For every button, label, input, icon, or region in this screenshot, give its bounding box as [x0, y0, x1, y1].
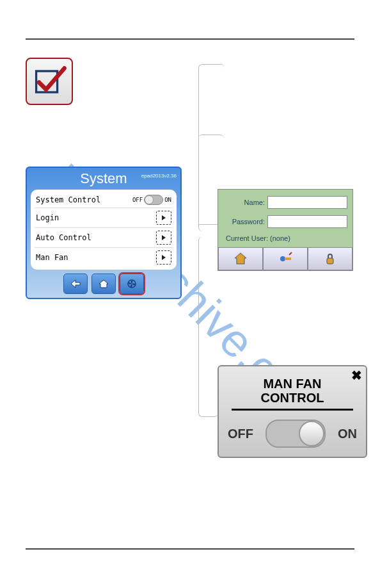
nav-fan-button[interactable]	[120, 274, 144, 294]
connector-line	[198, 237, 218, 417]
system-control-toggle[interactable]: OFF ON	[132, 195, 171, 205]
password-label: Password:	[223, 218, 267, 225]
row-label: System Control	[36, 195, 100, 204]
connector-line	[198, 224, 218, 225]
name-label: Name:	[223, 199, 267, 206]
current-user-label: Current User:	[226, 234, 268, 242]
toggle-knob	[299, 421, 324, 446]
login-screen: Name: Password: Current User: (none)	[218, 189, 353, 271]
nav-back-button[interactable]	[63, 274, 88, 294]
system-title: System	[80, 170, 127, 186]
current-user-value: (none)	[270, 234, 290, 242]
manfan-title-line2: CONTROL	[225, 391, 360, 405]
row-label: Man Fan	[36, 253, 68, 262]
close-icon[interactable]: ✖	[351, 368, 362, 383]
top-rule	[26, 38, 354, 40]
divider	[232, 409, 353, 411]
login-key-button[interactable]	[263, 247, 308, 270]
man-fan-control-popup: ✖ MAN FAN CONTROL OFF ON	[218, 365, 367, 458]
manfan-title-line1: MAN FAN	[225, 377, 360, 391]
login-home-button[interactable]	[218, 247, 263, 270]
system-version: epad2013v2.36	[141, 173, 177, 179]
row-login[interactable]: Login	[35, 208, 173, 228]
bottom-rule	[26, 548, 354, 550]
manfan-toggle[interactable]	[265, 420, 326, 448]
svg-rect-3	[285, 257, 291, 260]
row-man-fan[interactable]: Man Fan	[35, 248, 173, 267]
off-label: OFF	[228, 427, 253, 441]
checkmark-app-icon	[26, 58, 73, 105]
nav-home-button[interactable]	[91, 274, 116, 294]
name-input[interactable]	[267, 196, 347, 209]
row-label: Login	[36, 213, 59, 222]
arrow-right-icon[interactable]	[156, 231, 171, 245]
row-system-control[interactable]: System Control OFF ON	[35, 192, 173, 208]
row-auto-control[interactable]: Auto Control	[35, 228, 173, 248]
arrow-right-icon[interactable]	[156, 211, 171, 225]
svg-rect-4	[327, 258, 333, 264]
arrow-right-icon[interactable]	[156, 250, 171, 265]
system-screen: System epad2013v2.36 System Control OFF …	[26, 167, 182, 299]
svg-point-2	[280, 256, 285, 261]
login-lock-button[interactable]	[308, 247, 352, 270]
row-label: Auto Control	[36, 233, 91, 242]
password-input[interactable]	[267, 215, 347, 228]
on-label: ON	[338, 427, 357, 441]
